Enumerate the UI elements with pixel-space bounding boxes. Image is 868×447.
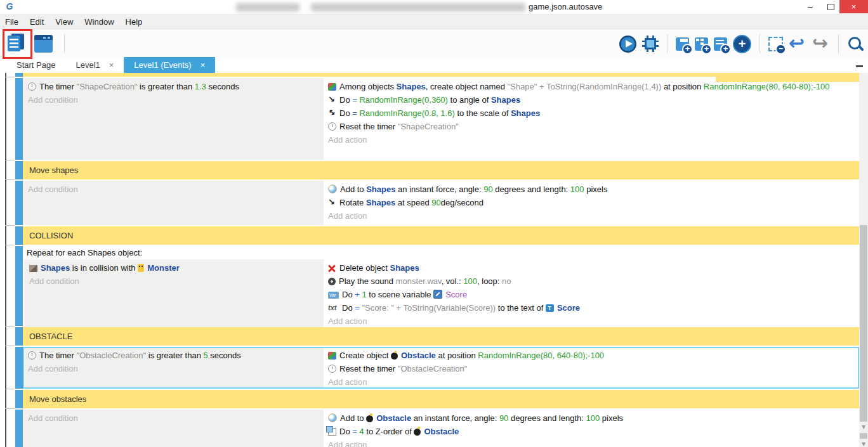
group-header-move-shapes[interactable]: Move shapes xyxy=(15,161,859,179)
add-comment-button[interactable] xyxy=(714,37,727,51)
group-header-label: COLLISION xyxy=(23,226,859,245)
event-handle-bar[interactable] xyxy=(15,347,23,389)
rotate-icon xyxy=(328,198,336,206)
event-handle-bar[interactable] xyxy=(15,161,23,179)
menu-item-window[interactable]: Window xyxy=(84,17,120,27)
standard-event-selected[interactable]: The timer "ObstacleCreation" is greater … xyxy=(15,347,859,389)
add-condition-placeholder[interactable]: Add condition xyxy=(24,275,324,288)
condition-line[interactable]: The timer "ObstacleCreation" is greater … xyxy=(23,349,324,362)
action-line[interactable]: Add to Shapes an instant force, angle: 9… xyxy=(324,183,859,196)
event-handle-bar[interactable] xyxy=(15,246,23,326)
add-action-placeholder[interactable]: Add action xyxy=(324,314,859,328)
action-line[interactable]: Add to Obstacle an instant force, angle:… xyxy=(324,411,859,425)
tab-start-page[interactable]: Start Page xyxy=(6,57,65,73)
title-redacted-block xyxy=(311,3,525,11)
action-line[interactable]: Reset the timer "ShapeCreation" xyxy=(324,120,859,133)
tab-level1-events-[interactable]: Level1 (Events)× xyxy=(124,57,215,73)
actions-column: Create object Obstacle at position Rando… xyxy=(324,347,859,389)
foreach-event[interactable]: Repeat for each Shapes object:Shapes is … xyxy=(15,246,859,326)
text-segment: at position xyxy=(436,351,478,360)
add-action-placeholder[interactable]: Add action xyxy=(324,209,859,223)
txt-icon xyxy=(328,304,339,312)
text-segment: 90 xyxy=(483,185,492,194)
text-segment: at speed xyxy=(395,198,431,207)
event-handle-bar[interactable] xyxy=(15,390,23,408)
action-line[interactable]: Rotate Shapes at speed 90deg/second xyxy=(324,196,859,209)
action-line[interactable]: Delete object Shapes xyxy=(324,261,859,275)
add-event-button[interactable] xyxy=(676,37,689,51)
minimize-button[interactable]: – xyxy=(801,0,820,13)
action-line[interactable]: Create object Obstacle at position Rando… xyxy=(324,349,859,362)
standard-event[interactable]: The timer "ShapeCreation" is greater tha… xyxy=(15,78,859,160)
text-segment: 1 xyxy=(362,290,366,299)
debug-button[interactable] xyxy=(642,36,659,52)
action-line[interactable]: Do = 4 to Z-order of Obstacle xyxy=(324,425,859,438)
maximize-button[interactable] xyxy=(821,0,840,13)
text-segment: at position xyxy=(661,82,704,91)
add-action-placeholder[interactable]: Add action xyxy=(324,375,859,389)
standard-event[interactable]: Add conditionAdd to Obstacle an instant … xyxy=(15,410,859,447)
add-condition-placeholder[interactable]: Add condition xyxy=(23,411,324,425)
menu-item-help[interactable]: Help xyxy=(126,17,149,27)
gdevelop-window: G game.json.autosave – × FileEditViewWin… xyxy=(0,0,868,447)
menu-item-file[interactable]: File xyxy=(5,17,25,27)
text-segment: RandomInRange(80, 640-80);-100 xyxy=(478,351,604,360)
action-line[interactable]: Play the sound monster.wav, vol.: 100, l… xyxy=(324,275,859,288)
group-header-move-obstacles[interactable]: Move obstacles xyxy=(15,390,859,408)
add-action-placeholder[interactable]: Add action xyxy=(324,438,859,447)
event-rows: The timer "ShapeCreation" is greater tha… xyxy=(15,73,859,447)
scene-editor-button[interactable] xyxy=(34,35,53,53)
scrollbar-down-arrow[interactable]: ▼ xyxy=(859,424,868,430)
menu-item-edit[interactable]: Edit xyxy=(30,17,50,27)
text-segment: is greater than xyxy=(146,351,203,360)
remove-selection-button[interactable] xyxy=(768,37,783,51)
bomb-icon xyxy=(391,353,398,360)
condition-line[interactable]: Shapes is in collision with Monster xyxy=(24,261,324,275)
menu-bar: FileEditViewWindowHelp xyxy=(0,15,868,29)
add-new-button[interactable] xyxy=(733,35,751,53)
add-subevent-button[interactable] xyxy=(695,37,708,51)
add-condition-placeholder[interactable]: Add condition xyxy=(23,362,324,375)
redo-button[interactable] xyxy=(812,36,830,52)
action-line[interactable]: Do = RandomInRange(0,360) to angle of Sh… xyxy=(324,93,859,107)
action-line[interactable]: Do = RandomInRange(0.8, 1.6) to the scal… xyxy=(324,107,859,120)
preview-play-button[interactable] xyxy=(619,36,636,53)
condition-line[interactable]: The timer "ShapeCreation" is greater tha… xyxy=(23,80,324,93)
foreach-header[interactable]: Repeat for each Shapes object: xyxy=(23,246,859,259)
search-button[interactable] xyxy=(847,36,864,53)
standard-event[interactable]: Add conditionAdd to Shapes an instant fo… xyxy=(15,181,859,225)
add-action-placeholder[interactable]: Add action xyxy=(324,133,859,146)
text-segment: to the scale of xyxy=(455,108,511,118)
event-handle-bar[interactable] xyxy=(15,226,23,245)
tab-level1[interactable]: Level1× xyxy=(65,57,124,73)
event-handle-bar[interactable] xyxy=(15,73,23,77)
undo-button[interactable] xyxy=(789,36,806,52)
group-header-obstacle[interactable]: OBSTACLE xyxy=(15,327,859,346)
menu-item-view[interactable]: View xyxy=(55,17,79,27)
action-line[interactable]: Do + 1 to scene variable Score xyxy=(324,288,859,301)
group-header-collision[interactable]: COLLISION xyxy=(15,226,859,245)
scrollbar-down-arrow[interactable]: ▼ xyxy=(859,441,868,447)
text-segment: Add to xyxy=(340,413,366,423)
add-condition-placeholder[interactable]: Add condition xyxy=(23,183,324,196)
timer-icon xyxy=(28,351,36,360)
action-line[interactable]: Among objects Shapes, create object name… xyxy=(324,80,859,93)
splitter-handle[interactable] xyxy=(856,65,863,67)
vertical-scrollbar[interactable]: ▼ ▼ xyxy=(859,73,868,447)
event-handle-bar[interactable] xyxy=(15,181,23,225)
text-segment: "Score: " + ToString(Variable(Score)) xyxy=(362,303,496,313)
add-condition-placeholder[interactable]: Add condition xyxy=(23,93,324,107)
action-line[interactable]: Do = "Score: " + ToString(Variable(Score… xyxy=(324,301,859,314)
text-segment: 100 xyxy=(463,276,477,286)
text-segment: monster.wav xyxy=(396,276,442,286)
tab-close-icon[interactable]: × xyxy=(201,60,206,70)
tab-close-icon[interactable]: × xyxy=(109,60,114,70)
event-handle-bar[interactable] xyxy=(15,410,23,447)
event-handle-bar[interactable] xyxy=(15,78,23,160)
event-handle-bar[interactable] xyxy=(15,327,23,346)
close-button[interactable]: × xyxy=(839,0,868,13)
text-segment: to scene variable xyxy=(367,290,434,299)
action-line[interactable]: Reset the timer "ObstacleCreation" xyxy=(324,362,859,375)
scrollbar-thumb[interactable] xyxy=(860,225,867,422)
scrollbar-thumb-secondary[interactable] xyxy=(860,433,867,439)
